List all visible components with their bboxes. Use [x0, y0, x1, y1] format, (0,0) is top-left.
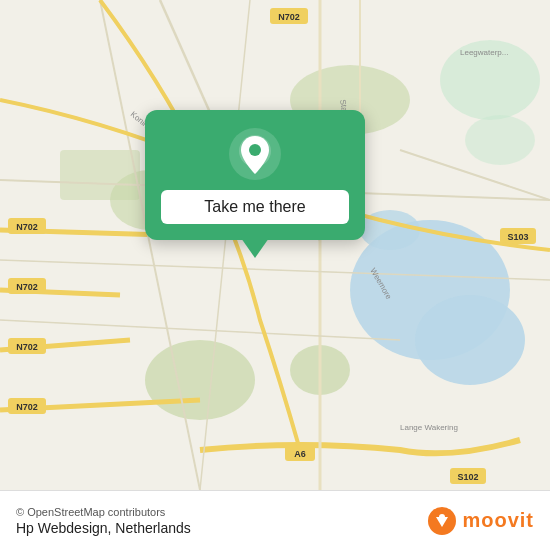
svg-text:N702: N702 [16, 282, 38, 292]
svg-point-11 [465, 115, 535, 165]
moovit-brand-name: moovit [462, 509, 534, 532]
svg-point-2 [415, 295, 525, 385]
svg-text:N702: N702 [16, 222, 38, 232]
svg-text:S103: S103 [507, 232, 528, 242]
svg-text:N702: N702 [278, 12, 300, 22]
svg-text:S102: S102 [457, 472, 478, 482]
map-pin-icon [229, 128, 281, 180]
svg-text:N702: N702 [16, 342, 38, 352]
svg-text:Lange Wakering: Lange Wakering [400, 423, 458, 432]
location-name: Hp Webdesign, Netherlands [16, 520, 191, 536]
svg-point-4 [145, 340, 255, 420]
footer: © OpenStreetMap contributors Hp Webdesig… [0, 490, 550, 550]
svg-text:Leegwaterp...: Leegwaterp... [460, 48, 508, 57]
take-me-there-button[interactable]: Take me there [161, 190, 349, 224]
moovit-brand-icon [428, 507, 456, 535]
popup-card[interactable]: Take me there [145, 110, 365, 240]
svg-text:N702: N702 [16, 402, 38, 412]
map-container: N702 N702 N702 N702 N702 A6 S103 S102 [0, 0, 550, 490]
footer-left: © OpenStreetMap contributors Hp Webdesig… [16, 506, 191, 536]
svg-text:A6: A6 [294, 449, 306, 459]
moovit-logo: moovit [428, 507, 534, 535]
svg-point-50 [249, 144, 261, 156]
svg-point-52 [439, 514, 445, 520]
openstreetmap-credit: © OpenStreetMap contributors [16, 506, 191, 518]
svg-rect-7 [60, 150, 140, 200]
